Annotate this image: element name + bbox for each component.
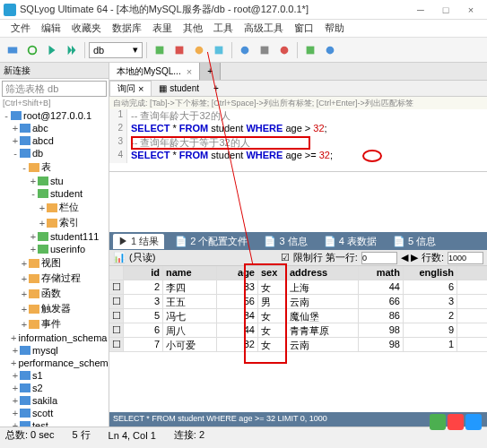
svg-rect-0: [8, 47, 18, 53]
connection-tabs: 本地的MySQL...×+: [109, 63, 487, 81]
tree-node[interactable]: +s1: [2, 369, 107, 382]
connection-tab[interactable]: 本地的MySQL...×: [109, 63, 200, 80]
refresh-icon[interactable]: [23, 41, 41, 59]
col-age[interactable]: age: [217, 266, 258, 280]
svg-point-1: [29, 46, 37, 54]
sql-editor[interactable]: 1-- 查询年龄大于32的人2SELECT * FROM student WHE…: [109, 109, 487, 172]
tree-node[interactable]: +函数: [2, 286, 107, 301]
table-row[interactable]: ☐5冯七34女魔仙堡862: [109, 309, 487, 323]
readonly-label: (只读): [129, 251, 155, 264]
tree-node[interactable]: +abcd: [2, 134, 107, 147]
menu-窗口[interactable]: 窗口: [289, 20, 319, 37]
menu-编辑[interactable]: 编辑: [36, 20, 66, 37]
tree-node[interactable]: -db: [2, 147, 107, 159]
new-connection-icon[interactable]: [4, 41, 22, 59]
highlight-box-line3: [131, 136, 310, 150]
tray-icon-2[interactable]: [448, 414, 464, 430]
tool-icon-2[interactable]: [170, 41, 188, 59]
query-tabs: 询问×▦ student+: [109, 81, 487, 97]
menu-数据库[interactable]: 数据库: [107, 20, 147, 37]
col-id[interactable]: id: [124, 266, 163, 280]
tree-node[interactable]: -表: [2, 159, 107, 175]
result-grid[interactable]: idnameagesexaddressmathenglish☐2李四33女上海4…: [109, 266, 487, 352]
object-tree[interactable]: -root@127.0.0.1+abc+abcd-db-表+stu-studen…: [0, 108, 109, 426]
tree-node[interactable]: +stu: [2, 175, 107, 187]
col-address[interactable]: address: [287, 266, 359, 280]
tree-node[interactable]: -root@127.0.0.1: [2, 109, 107, 122]
execute-all-icon[interactable]: [63, 41, 81, 59]
svg-rect-9: [307, 46, 315, 54]
tool-icon-7[interactable]: [275, 41, 293, 59]
tray-icon-3[interactable]: [465, 414, 482, 430]
tool-icon-9[interactable]: [321, 41, 339, 59]
result-tab-0[interactable]: ▶ 1 结果: [113, 234, 164, 249]
tree-node[interactable]: +abc: [2, 122, 107, 134]
table-row[interactable]: ☐7小可爱32女云南981: [109, 338, 487, 352]
tree-node[interactable]: +scott: [2, 407, 107, 419]
status-rows: 5 行: [72, 428, 90, 442]
tree-node[interactable]: +栏位: [2, 200, 107, 215]
col-sex[interactable]: sex: [258, 266, 287, 280]
tray-icon-1[interactable]: [430, 414, 446, 430]
tool-icon-4[interactable]: [210, 41, 228, 59]
result-tab-2[interactable]: 📄 3 信息: [258, 234, 312, 249]
svg-point-4: [196, 46, 204, 54]
tree-node[interactable]: +存储过程: [2, 271, 107, 286]
menu-收藏夹[interactable]: 收藏夹: [66, 20, 107, 37]
menu-文件[interactable]: 文件: [5, 20, 36, 37]
maximize-button[interactable]: □: [433, 1, 458, 19]
tool-icon-5[interactable]: [236, 41, 254, 59]
tree-node[interactable]: +视图: [2, 255, 107, 271]
tree-node[interactable]: +mysql: [2, 344, 107, 357]
autocomplete-hint: 自动完成: [Tab]->下个标签; [Ctrl+Space]->列出所有标签;…: [109, 97, 487, 109]
svg-rect-2: [156, 46, 164, 54]
filter-input[interactable]: 筛选表格 db: [2, 81, 107, 97]
first-row-input[interactable]: [361, 252, 397, 264]
database-selector[interactable]: db▾: [89, 42, 143, 58]
tree-node[interactable]: +s2: [2, 382, 107, 394]
sidebar-tab[interactable]: 新连接: [0, 63, 109, 79]
menu-高级工具[interactable]: 高级工具: [239, 20, 289, 37]
tree-node[interactable]: +索引: [2, 215, 107, 230]
svg-point-10: [326, 46, 335, 54]
minimize-button[interactable]: ─: [408, 1, 433, 19]
table-row[interactable]: ☐2李四33女上海446: [109, 280, 487, 295]
tool-icon-3[interactable]: [190, 41, 208, 59]
table-row[interactable]: ☐3王五56男云南663: [109, 295, 487, 309]
tool-icon-1[interactable]: [151, 41, 169, 59]
tool-icon-8[interactable]: [301, 41, 319, 59]
status-bar: 总数: 0 sec 5 行 Ln 4, Col 1 连接: 2: [0, 426, 487, 443]
menu-工具[interactable]: 工具: [208, 20, 239, 37]
result-tab-4[interactable]: 📄 5 信息: [387, 234, 441, 249]
window-title: SQLyog Ultimate 64 - [本地的MySQL服务器/db - r…: [20, 3, 408, 16]
tree-node[interactable]: +performance_schema: [2, 357, 107, 369]
tree-node[interactable]: +事件: [2, 316, 107, 332]
menu-表里[interactable]: 表里: [147, 20, 178, 37]
row-count-input[interactable]: [448, 252, 483, 264]
col-math[interactable]: math: [359, 266, 404, 280]
menu-帮助[interactable]: 帮助: [319, 20, 350, 37]
tree-node[interactable]: +information_schema: [2, 332, 107, 344]
tool-icon-6[interactable]: [256, 41, 274, 59]
result-tabs: ▶ 1 结果📄 2 个配置文件📄 3 信息📄 4 表数据📄 5 信息: [109, 232, 487, 250]
tree-node[interactable]: +触发器: [2, 301, 107, 316]
col-english[interactable]: english: [404, 266, 457, 280]
tree-node[interactable]: +test: [2, 419, 107, 426]
table-row[interactable]: ☐6周八44女青青草原989: [109, 323, 487, 338]
query-tab-1[interactable]: ▦ student: [152, 81, 206, 96]
status-total: 总数: 0 sec: [5, 428, 54, 442]
tree-node[interactable]: -student: [2, 187, 107, 200]
result-tab-3[interactable]: 📄 4 表数据: [318, 234, 382, 249]
svg-rect-7: [261, 46, 269, 54]
col-name[interactable]: name: [163, 266, 217, 280]
query-tab-0[interactable]: 询问×: [109, 81, 152, 96]
execute-icon[interactable]: [43, 41, 61, 59]
close-button[interactable]: ×: [458, 1, 483, 19]
tree-node[interactable]: +sakila: [2, 394, 107, 407]
menu-其他[interactable]: 其他: [178, 20, 208, 37]
tree-node[interactable]: +userinfo: [2, 243, 107, 255]
limit-label: 限制行 第一行:: [293, 251, 358, 264]
result-tab-1[interactable]: 📄 2 个配置文件: [170, 234, 253, 249]
toolbar: db▾: [0, 38, 487, 63]
tree-node[interactable]: +student111: [2, 230, 107, 243]
